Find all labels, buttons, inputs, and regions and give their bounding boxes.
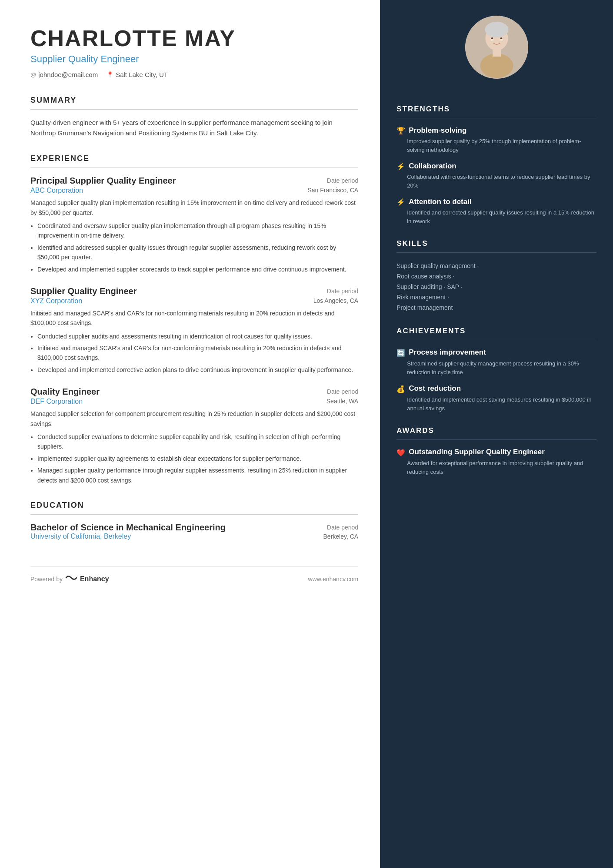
award-item-1: ❤️ Outstanding Supplier Quality Engineer… <box>396 448 596 476</box>
heart-icon: ❤️ <box>396 449 405 457</box>
strength-2-desc: Collaborated with cross-functional teams… <box>396 173 596 190</box>
award-1-header: ❤️ Outstanding Supplier Quality Engineer <box>396 448 596 457</box>
process-icon: 🔄 <box>396 349 405 357</box>
education-section-title: EDUCATION <box>30 501 358 510</box>
exp-2-company: XYZ Corporation <box>30 297 82 305</box>
strength-2-title: Collaboration <box>409 162 456 171</box>
edu-date: Date period <box>327 524 358 531</box>
exp-3-bullets: Conducted supplier evaluations to determ… <box>30 432 358 485</box>
experience-item-1: Principal Supplier Quality Engineer Date… <box>30 176 358 274</box>
skills-section-title: SKILLS <box>396 239 596 248</box>
svg-point-2 <box>485 22 508 37</box>
email-icon: @ <box>30 71 36 78</box>
exp-3-bullet-2: Implemented supplier quality agreements … <box>37 454 358 463</box>
strength-item-2: ⚡ Collaboration Collaborated with cross-… <box>396 162 596 190</box>
exp-2-bullets: Conducted supplier audits and assessment… <box>30 332 358 375</box>
exp-1-date: Date period <box>327 177 358 184</box>
exp-1-job-title: Principal Supplier Quality Engineer <box>30 176 176 186</box>
footer-brand-name: Enhancy <box>80 575 109 583</box>
strength-3-desc: Identified and corrected supplier qualit… <box>396 208 596 225</box>
trophy-icon: 🏆 <box>396 127 405 135</box>
education-item: Bachelor of Science in Mechanical Engine… <box>30 523 358 540</box>
experience-section-title: EXPERIENCE <box>30 154 358 163</box>
edu-degree: Bachelor of Science in Mechanical Engine… <box>30 523 226 533</box>
skill-1: Supplier quality management · <box>396 261 596 271</box>
exp-3-desc: Managed supplier selection for component… <box>30 409 358 429</box>
summary-divider <box>30 109 358 110</box>
awards-divider <box>396 439 596 440</box>
lightning-icon-2: ⚡ <box>396 198 405 206</box>
skill-2: Root cause analysis · <box>396 271 596 282</box>
footer-powered-by: Powered by <box>30 576 63 583</box>
exp-1-bullets: Coordinated and oversaw supplier quality… <box>30 221 358 274</box>
exp-1-location: San Francisco, CA <box>307 187 358 194</box>
skill-3: Supplier auditing · SAP · <box>396 282 596 292</box>
location-contact: 📍 Salt Lake City, UT <box>107 71 168 78</box>
exp-1-company: ABC Corporation <box>30 187 83 194</box>
photo-area <box>396 0 596 91</box>
location-icon: 📍 <box>107 71 113 78</box>
award-1-title: Outstanding Supplier Quality Engineer <box>409 448 545 456</box>
svg-point-8 <box>500 37 502 39</box>
exp-2-job-title: Supplier Quality Engineer <box>30 286 137 296</box>
cost-icon: 💰 <box>396 385 405 393</box>
edu-school: University of California, Berkeley <box>30 533 131 540</box>
exp-3-date: Date period <box>327 388 358 395</box>
achievement-1-header: 🔄 Process improvement <box>396 348 596 357</box>
awards-section-title: AWARDS <box>396 426 596 435</box>
exp-1-bullet-1: Coordinated and oversaw supplier quality… <box>37 221 358 241</box>
award-1-desc: Awarded for exceptional performance in i… <box>396 459 596 476</box>
skill-4: Risk management · <box>396 292 596 302</box>
achievement-1-desc: Streamlined supplier quality management … <box>396 359 596 376</box>
exp-3-bullet-1: Conducted supplier evaluations to determ… <box>37 432 358 452</box>
strength-1-desc: Improved supplier quality by 25% through… <box>396 137 596 154</box>
footer: Powered by Enhancy www.enhancv.com <box>30 566 358 584</box>
strengths-section-title: STRENGTHS <box>396 105 596 114</box>
strengths-divider <box>396 118 596 118</box>
exp-3-bullet-3: Managed supplier quality performance thr… <box>37 466 358 485</box>
experience-divider <box>30 168 358 168</box>
strength-1-title: Problem-solving <box>409 126 466 135</box>
skills-divider <box>396 252 596 253</box>
edu-location: Berkeley, CA <box>323 533 359 540</box>
candidate-name: CHARLOTTE MAY <box>30 26 358 51</box>
exp-2-bullet-1: Conducted supplier audits and assessment… <box>37 332 358 341</box>
location-value: Salt Lake City, UT <box>116 71 168 78</box>
achievement-1-title: Process improvement <box>409 348 486 357</box>
exp-1-bullet-3: Developed and implemented supplier score… <box>37 265 358 274</box>
experience-item-3: Quality Engineer Date period DEF Corpora… <box>30 387 358 485</box>
contact-line: @ johndoe@email.com 📍 Salt Lake City, UT <box>30 71 358 78</box>
exp-2-location: Los Angeles, CA <box>313 297 359 304</box>
achievements-section-title: ACHIEVEMENTS <box>396 327 596 335</box>
exp-2-desc: Initiated and managed SCAR's and CAR's f… <box>30 308 358 328</box>
achievement-2-header: 💰 Cost reduction <box>396 384 596 393</box>
exp-3-job-title: Quality Engineer <box>30 387 100 397</box>
strength-1-header: 🏆 Problem-solving <box>396 126 596 135</box>
summary-section-title: SUMMARY <box>30 96 358 105</box>
candidate-photo <box>465 16 528 79</box>
strength-item-3: ⚡ Attention to detail Identified and cor… <box>396 198 596 225</box>
footer-logo <box>65 574 77 584</box>
footer-brand: Powered by Enhancy <box>30 574 109 584</box>
strength-2-header: ⚡ Collaboration <box>396 162 596 171</box>
strength-item-1: 🏆 Problem-solving Improved supplier qual… <box>396 126 596 154</box>
footer-website: www.enhancv.com <box>308 576 359 583</box>
skills-list: Supplier quality management · Root cause… <box>396 261 596 313</box>
svg-point-3 <box>480 54 513 78</box>
exp-1-bullet-2: Identified and addressed supplier qualit… <box>37 243 358 262</box>
svg-point-7 <box>491 37 493 39</box>
education-divider <box>30 514 358 515</box>
lightning-icon-1: ⚡ <box>396 162 405 171</box>
svg-rect-4 <box>493 49 501 57</box>
exp-1-desc: Managed supplier quality plan implementa… <box>30 198 358 218</box>
exp-3-company: DEF Corporation <box>30 398 83 406</box>
achievement-2-title: Cost reduction <box>409 384 461 393</box>
strength-3-title: Attention to detail <box>409 198 471 206</box>
achievement-item-2: 💰 Cost reduction Identified and implemen… <box>396 384 596 412</box>
summary-text: Quality-driven engineer with 5+ years of… <box>30 117 358 138</box>
achievement-2-desc: Identified and implemented cost-saving m… <box>396 395 596 412</box>
right-panel: STRENGTHS 🏆 Problem-solving Improved sup… <box>380 0 613 868</box>
email-contact: @ johndoe@email.com <box>30 71 98 78</box>
strength-3-header: ⚡ Attention to detail <box>396 198 596 206</box>
skill-5: Project management <box>396 302 596 313</box>
